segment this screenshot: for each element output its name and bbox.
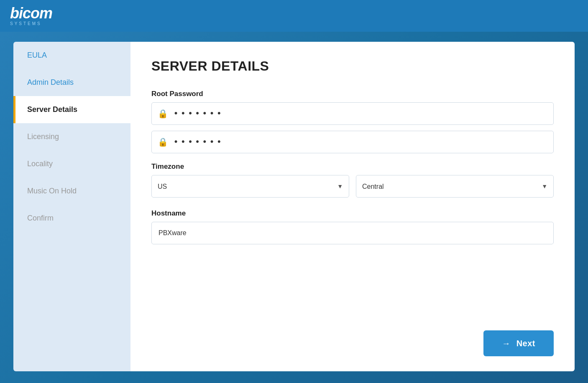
sidebar-item-admin-details[interactable]: Admin Details bbox=[13, 69, 130, 96]
bottom-actions: → Next bbox=[151, 318, 554, 356]
sidebar: EULA Admin Details Server Details Licens… bbox=[13, 42, 130, 371]
root-password-label: Root Password bbox=[151, 90, 554, 98]
timezone-region-arrow: ▼ bbox=[337, 183, 343, 190]
root-password-confirm-wrapper: 🔒 ••••••• bbox=[151, 131, 554, 153]
lock-icon-2: 🔒 bbox=[158, 137, 168, 147]
sidebar-item-confirm: Confirm bbox=[13, 205, 130, 232]
logo-text: bicom bbox=[10, 6, 52, 21]
timezone-row: US Europe Asia Africa America Pacific ▼ … bbox=[151, 175, 554, 198]
timezone-zone-wrapper: Central Eastern Mountain Pacific Hawaii … bbox=[356, 175, 554, 198]
sidebar-item-eula[interactable]: EULA bbox=[13, 42, 130, 69]
hostname-input[interactable] bbox=[151, 222, 554, 244]
next-arrow-icon: → bbox=[502, 339, 511, 348]
root-password-field-wrapper: 🔒 ••••••• bbox=[151, 102, 554, 125]
timezone-region-select[interactable]: US Europe Asia Africa America Pacific bbox=[158, 183, 334, 190]
logo-subtext: SYSTEMS bbox=[10, 21, 42, 26]
sidebar-item-server-details[interactable]: Server Details bbox=[13, 96, 130, 123]
main-container: EULA Admin Details Server Details Licens… bbox=[13, 42, 575, 371]
lock-icon-1: 🔒 bbox=[158, 109, 168, 119]
sidebar-item-locality: Locality bbox=[13, 150, 130, 178]
timezone-region-wrapper: US Europe Asia Africa America Pacific ▼ bbox=[151, 175, 349, 198]
hostname-label: Hostname bbox=[151, 209, 554, 218]
top-bar: bicom SYSTEMS bbox=[0, 0, 588, 32]
root-password-dots-1: ••••••• bbox=[173, 109, 547, 119]
timezone-zone-select[interactable]: Central Eastern Mountain Pacific Hawaii … bbox=[362, 183, 538, 190]
sidebar-item-licensing: Licensing bbox=[13, 123, 130, 150]
logo: bicom SYSTEMS bbox=[10, 6, 52, 26]
page-title: SERVER DETAILS bbox=[151, 58, 554, 74]
next-button[interactable]: → Next bbox=[483, 330, 554, 356]
content-panel: SERVER DETAILS Root Password 🔒 ••••••• 🔒… bbox=[130, 42, 575, 371]
next-label: Next bbox=[516, 339, 535, 348]
root-password-dots-2: ••••••• bbox=[173, 137, 547, 147]
timezone-label: Timezone bbox=[151, 162, 554, 171]
timezone-zone-arrow: ▼ bbox=[542, 183, 547, 190]
sidebar-item-music-on-hold: Music On Hold bbox=[13, 178, 130, 205]
